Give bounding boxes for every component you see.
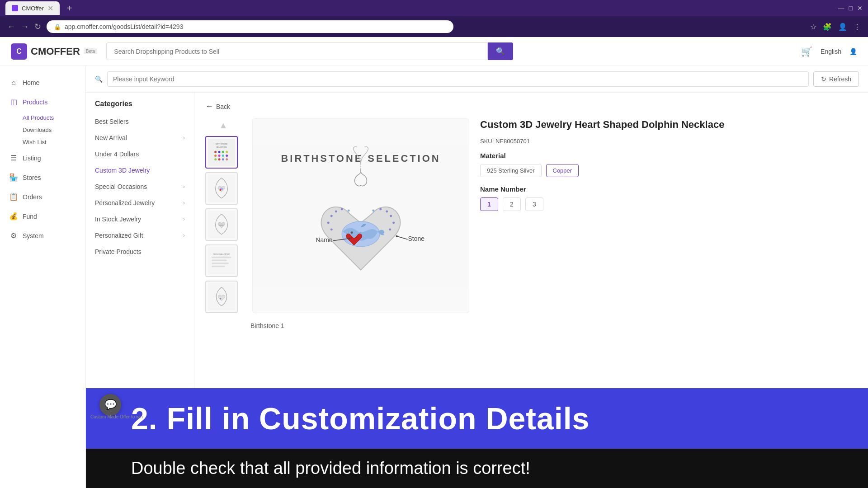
menu-icon: ⋮	[854, 23, 861, 31]
sidebar-item-home[interactable]: ⌂ Home	[0, 73, 85, 92]
svg-point-37	[335, 210, 337, 212]
sidebar-label-fund: Fund	[23, 213, 37, 220]
svg-point-3	[214, 151, 217, 153]
products-icon: ◫	[9, 98, 18, 106]
keyword-bar: 🔍 ↻ Refresh	[86, 66, 868, 93]
cat-item-best-sellers[interactable]: Best Sellers	[86, 113, 194, 130]
user-avatar[interactable]: 👤	[849, 48, 857, 55]
main-product-image: BIRTHSTONE SELECTION	[252, 118, 469, 313]
address-bar: ← → ↻ 🔒 app.cmoffer.com/goodsList/detail…	[0, 16, 868, 37]
cat-item-custom-3d[interactable]: Custom 3D Jewelry	[86, 162, 194, 178]
name-number-section-title: Name Number	[480, 185, 857, 193]
svg-text:BIRTHSTONE: BIRTHSTONE	[216, 143, 228, 145]
chat-widget-button[interactable]: 💬	[99, 394, 121, 416]
name-number-2[interactable]: 2	[503, 197, 521, 211]
material-copper[interactable]: Copper	[546, 164, 579, 177]
cat-label-private-products: Private Products	[95, 248, 142, 255]
sidebar-label-listing: Listing	[23, 155, 41, 162]
orders-icon: 📋	[9, 192, 18, 201]
svg-point-45	[372, 209, 374, 211]
sidebar-item-orders[interactable]: 📋 Orders	[0, 187, 85, 206]
svg-point-10	[226, 155, 228, 157]
svg-point-42	[390, 215, 392, 217]
thumbnail-3[interactable]: NAME	[205, 208, 238, 241]
categories-title: Categories	[86, 100, 194, 113]
cat-item-new-arrival[interactable]: New Arrival ›	[86, 130, 194, 146]
cat-label-under-4: Under 4 Dollars	[95, 150, 139, 158]
cat-label-personalized-jewelry: Personalized Jewelry	[95, 199, 155, 206]
sidebar-item-system[interactable]: ⚙ System	[0, 226, 85, 245]
thumb-scroll-up[interactable]: ▲	[205, 118, 241, 132]
url-field[interactable]: 🔒 app.cmoffer.com/goodsList/detail?id=42…	[47, 20, 453, 33]
sidebar-item-stores[interactable]: 🏪 Stores	[0, 168, 85, 187]
thumbnail-2[interactable]	[205, 172, 238, 205]
sidebar-sub-downloads[interactable]: Downloads	[0, 124, 85, 136]
content-area: 🔍 ↻ Refresh Categories Best Sellers New …	[86, 66, 868, 488]
thumbnail-5[interactable]	[205, 281, 238, 313]
keyword-search-icon: 🔍	[95, 75, 103, 83]
svg-rect-22	[212, 257, 231, 258]
name-number-3[interactable]: 3	[525, 197, 543, 211]
cart-icon[interactable]: 🛒	[801, 46, 812, 57]
banner-main: 2. Fill in Customization Details	[86, 388, 868, 449]
product-layout: ▲ BIRTHSTONE SELECTION	[205, 118, 857, 313]
profile-icon: 👤	[838, 23, 847, 31]
svg-rect-23	[212, 260, 226, 261]
cat-item-personalized-gift[interactable]: Personalized Gift ›	[86, 227, 194, 244]
back-button[interactable]: ← Back	[205, 102, 857, 111]
keyword-search-input[interactable]	[107, 71, 809, 87]
forward-nav-button[interactable]: →	[21, 22, 29, 32]
stores-icon: 🏪	[9, 173, 18, 182]
new-tab-button[interactable]: +	[67, 3, 72, 14]
thumbnail-1[interactable]: BIRTHSTONE SELECTION	[205, 136, 238, 169]
sidebar-label-stores: Stores	[23, 174, 41, 181]
minimize-button[interactable]: —	[838, 5, 844, 12]
browser-chrome: CMOffer ✕ + — □ ✕	[0, 0, 868, 16]
close-window-button[interactable]: ✕	[857, 5, 863, 12]
language-selector[interactable]: English	[821, 48, 841, 55]
svg-text:Stone: Stone	[408, 235, 425, 242]
tab-title: CMOffer	[22, 5, 44, 12]
browser-tab[interactable]: CMOffer ✕	[5, 1, 60, 15]
overlay-banner: 2. Fill in Customization Details Double …	[86, 388, 868, 488]
svg-point-11	[214, 158, 217, 160]
refresh-label: Refresh	[829, 75, 851, 83]
window-controls: — □ ✕	[838, 5, 863, 12]
sidebar-item-products[interactable]: ◫ Products	[0, 92, 85, 112]
cat-item-special[interactable]: Special Occasions ›	[86, 178, 194, 195]
product-info: Custom 3D Jewelry Heart Shaped Dolphin N…	[480, 118, 857, 313]
name-number-1[interactable]: 1	[480, 197, 498, 211]
svg-point-12	[218, 158, 221, 160]
refresh-button[interactable]: ↻ Refresh	[813, 71, 859, 87]
svg-point-38	[341, 208, 343, 210]
cat-item-in-stock[interactable]: In Stock Jewelry ›	[86, 211, 194, 227]
sku-value: NE80050701	[495, 138, 530, 145]
global-search-input[interactable]	[106, 42, 488, 60]
thumbnail-4[interactable]: PERSONALIZATION	[205, 244, 238, 277]
svg-point-40	[389, 228, 391, 230]
svg-point-9	[222, 155, 224, 157]
chat-icon: 💬	[104, 399, 117, 411]
cat-item-private-products[interactable]: Private Products	[86, 244, 194, 260]
cat-item-under-4[interactable]: Under 4 Dollars	[86, 146, 194, 162]
back-nav-button[interactable]: ←	[7, 22, 15, 32]
sidebar-item-fund[interactable]: 💰 Fund	[0, 206, 85, 226]
sidebar-sub-all-products[interactable]: All Products	[0, 112, 85, 124]
reload-nav-button[interactable]: ↻	[34, 22, 41, 32]
tab-favicon	[12, 5, 18, 11]
cat-label-custom-3d: Custom 3D Jewelry	[95, 167, 150, 174]
svg-text:NAME: NAME	[219, 224, 224, 226]
svg-rect-24	[212, 263, 229, 264]
sidebar-sub-wish-list[interactable]: Wish List	[0, 136, 85, 148]
maximize-button[interactable]: □	[849, 5, 853, 12]
sidebar-item-listing[interactable]: ☰ Listing	[0, 148, 85, 168]
logo-area: C CMOFFER Beta	[11, 43, 97, 60]
sidebar-label-system: System	[23, 232, 44, 239]
svg-text:SELECTION: SELECTION	[216, 146, 227, 148]
cat-item-personalized-jewelry[interactable]: Personalized Jewelry ›	[86, 195, 194, 211]
tab-close-button[interactable]: ✕	[47, 4, 53, 13]
global-search-button[interactable]: 🔍	[488, 42, 513, 60]
svg-point-35	[327, 221, 330, 224]
address-bar-actions: ☆ 🧩 👤 ⋮	[810, 23, 861, 31]
material-925-silver[interactable]: 925 Sterling Silver	[480, 164, 542, 177]
